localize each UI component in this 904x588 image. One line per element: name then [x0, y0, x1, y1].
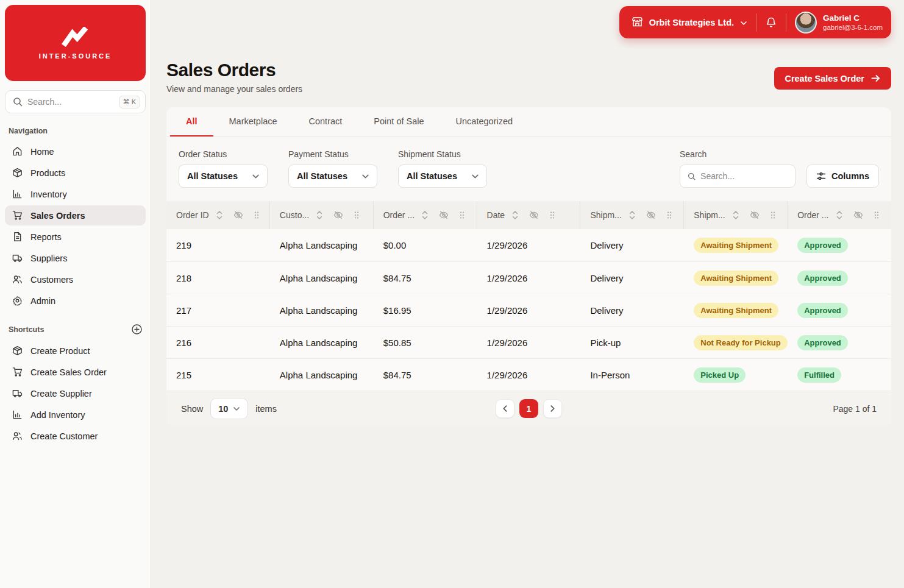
shipment-method-cell: In-Person — [580, 370, 684, 380]
tab-all[interactable]: All — [170, 107, 213, 136]
brand-logo: INTER-SOURCE — [5, 5, 146, 81]
organization-switcher[interactable]: Orbit Strategies Ltd. — [632, 16, 747, 28]
date-cell: 1/29/2026 — [477, 305, 581, 316]
sort-icon[interactable] — [732, 210, 739, 220]
sidebar-search-input[interactable] — [27, 97, 114, 107]
table-row[interactable]: 215Alpha Landscaping$84.751/29/2026In-Pe… — [166, 358, 891, 391]
pagination: 1 — [496, 399, 562, 418]
status-badge: Awaiting Shipment — [694, 271, 778, 286]
grip-icon[interactable] — [354, 211, 360, 219]
grip-icon[interactable] — [549, 211, 555, 219]
sidebar-item-sales-orders[interactable]: Sales Orders — [5, 205, 146, 225]
status-badge: Awaiting Shipment — [694, 238, 778, 253]
sidebar-item-suppliers[interactable]: Suppliers — [5, 248, 146, 268]
sidebar-item-customers[interactable]: Customers — [5, 269, 146, 289]
eye-off-icon[interactable] — [333, 210, 343, 220]
grip-icon[interactable] — [254, 211, 260, 219]
next-page-button[interactable] — [543, 399, 562, 418]
sidebar-item-create-customer[interactable]: Create Customer — [5, 426, 146, 446]
sidebar-item-products[interactable]: Products — [5, 163, 146, 183]
sort-icon[interactable] — [836, 210, 843, 220]
sort-icon[interactable] — [421, 210, 429, 220]
shipment-method-cell: Delivery — [580, 273, 684, 283]
shipment-status-select[interactable]: All Statuses — [398, 165, 487, 188]
eye-off-icon[interactable] — [439, 210, 449, 220]
tab-uncategorized[interactable]: Uncategorized — [440, 107, 529, 136]
tab-marketplace[interactable]: Marketplace — [213, 107, 293, 136]
tab-point-of-sale[interactable]: Point of Sale — [358, 107, 440, 136]
user-menu[interactable]: Gabriel C gabriel@3-6-1.com — [795, 12, 883, 34]
sidebar-item-create-sales-order[interactable]: Create Sales Order — [5, 362, 146, 382]
tab-contract[interactable]: Contract — [293, 107, 358, 136]
shipment-method-cell: Delivery — [580, 240, 684, 250]
page-subtitle: View and manage your sales orders — [166, 84, 302, 94]
chevron-left-icon — [501, 405, 509, 413]
table-search-filter: Search — [680, 149, 795, 188]
table-row[interactable]: 218Alpha Landscaping$84.751/29/2026Deliv… — [166, 261, 891, 294]
column-header-4: Shipm... — [580, 201, 684, 229]
order-id-cell: 215 — [166, 370, 270, 380]
show-label: Show — [181, 404, 203, 414]
grip-icon[interactable] — [770, 211, 776, 219]
sidebar-search[interactable]: ⌘ K — [5, 90, 146, 113]
sidebar-item-label: Admin — [30, 296, 55, 306]
search-shortcut-kbd: ⌘ K — [119, 96, 140, 108]
eye-off-icon[interactable] — [529, 210, 539, 220]
sidebar-item-create-supplier[interactable]: Create Supplier — [5, 383, 146, 403]
sidebar-shortcuts: Create ProductCreate Sales OrderCreate S… — [5, 341, 146, 446]
sort-icon[interactable] — [511, 210, 519, 220]
brand-logo-icon — [60, 27, 91, 48]
sort-icon[interactable] — [316, 210, 323, 220]
sidebar-item-reports[interactable]: Reports — [5, 227, 146, 247]
sidebar-item-label: Add Inventory — [30, 410, 85, 420]
sort-icon[interactable] — [628, 210, 636, 220]
grip-icon[interactable] — [459, 211, 465, 219]
eye-off-icon[interactable] — [646, 210, 656, 220]
column-header-label: Order ... — [797, 210, 828, 220]
chevron-down-icon — [740, 19, 747, 26]
table-row[interactable]: 217Alpha Landscaping$16.951/29/2026Deliv… — [166, 294, 891, 326]
filters-bar: Order Status All Statuses Payment Status… — [166, 137, 891, 201]
chevron-down-icon — [252, 172, 260, 180]
table-search[interactable] — [680, 165, 795, 188]
customer-cell: Alpha Landscaping — [270, 273, 374, 283]
plus-circle-icon[interactable] — [132, 324, 142, 335]
table-search-label: Search — [680, 149, 795, 159]
grip-icon[interactable] — [874, 211, 880, 219]
grip-icon[interactable] — [666, 211, 672, 219]
eye-off-icon[interactable] — [853, 210, 863, 220]
date-cell: 1/29/2026 — [477, 338, 581, 348]
page-title: Sales Orders — [166, 60, 302, 80]
previous-page-button[interactable] — [496, 399, 514, 418]
column-header-3: Date — [477, 201, 581, 229]
column-header-label: Date — [487, 210, 505, 220]
create-sales-order-button[interactable]: Create Sales Order — [774, 67, 891, 90]
pill-divider — [756, 13, 756, 32]
status-badge: Awaiting Shipment — [694, 303, 778, 318]
bell-icon[interactable] — [765, 16, 777, 29]
document-icon — [12, 232, 23, 242]
sidebar-item-admin[interactable]: Admin — [5, 291, 146, 311]
current-page-button[interactable]: 1 — [519, 399, 538, 418]
sidebar-item-create-product[interactable]: Create Product — [5, 341, 146, 361]
page-size-select[interactable]: 10 — [210, 398, 248, 419]
sidebar-item-inventory[interactable]: Inventory — [5, 184, 146, 204]
status-badge: Approved — [797, 271, 848, 286]
table-search-input[interactable] — [700, 171, 788, 181]
order-status-select[interactable]: All Statuses — [179, 165, 268, 188]
payment-status-select[interactable]: All Statuses — [288, 165, 377, 188]
sort-icon[interactable] — [216, 210, 223, 220]
cart-icon — [12, 367, 23, 377]
chevron-down-icon — [471, 172, 479, 180]
gear-icon — [12, 296, 23, 306]
table-row[interactable]: 219Alpha Landscaping$0.001/29/2026Delive… — [166, 229, 891, 261]
sidebar-item-add-inventory[interactable]: Add Inventory — [5, 405, 146, 425]
eye-off-icon[interactable] — [233, 210, 243, 220]
columns-button[interactable]: Columns — [806, 165, 879, 188]
sidebar-item-home[interactable]: Home — [5, 141, 146, 161]
eye-off-icon[interactable] — [750, 210, 760, 220]
status-badge: Not Ready for Pickup — [694, 335, 787, 350]
sidebar-item-label: Create Sales Order — [30, 367, 107, 377]
shipment-status-label: Shipment Status — [398, 149, 487, 159]
table-row[interactable]: 216Alpha Landscaping$50.851/29/2026Pick-… — [166, 326, 891, 358]
